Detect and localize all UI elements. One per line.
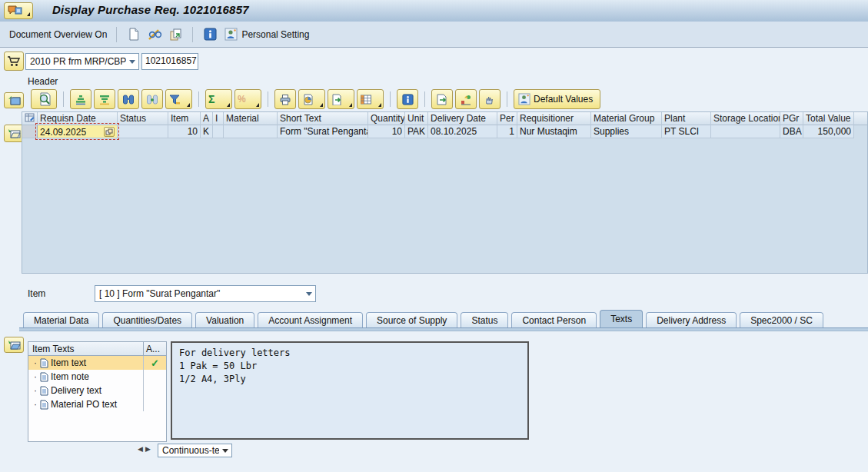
transaction-menu-button[interactable] <box>4 2 33 19</box>
sum-button[interactable]: Σ <box>205 89 232 109</box>
table-header-row: Requisn Date Status Item A I Material Sh… <box>22 112 867 125</box>
document-overview-button[interactable]: Document Overview On <box>9 29 107 40</box>
header-section-label[interactable]: Header <box>28 76 58 87</box>
scroll-left-icon[interactable]: ◀ <box>138 444 143 454</box>
col-header-item[interactable]: Item <box>168 112 201 125</box>
col-header-requisn-date[interactable]: Requisn Date <box>38 112 118 125</box>
total-value-cell[interactable]: 150,000 <box>803 125 854 138</box>
list-item-item-note[interactable]: · Item note <box>28 370 166 384</box>
col-header-plant[interactable]: Plant <box>662 112 711 125</box>
col-header-pgr[interactable]: PGr <box>780 112 803 125</box>
create-document-icon[interactable] <box>126 27 141 42</box>
details-button[interactable] <box>31 89 57 109</box>
matchcode-button[interactable] <box>104 127 115 137</box>
tab-status[interactable]: Status <box>461 312 508 327</box>
hold-button[interactable] <box>479 89 501 109</box>
col-header-short-text[interactable]: Short Text <box>278 112 368 125</box>
sigma-icon: Σ <box>208 93 215 105</box>
material-group-cell[interactable]: Supplies <box>591 125 662 138</box>
printer-icon <box>279 94 291 105</box>
text-format-select[interactable]: Continuous-tex... <box>158 444 232 457</box>
col-header-a[interactable]: A <box>201 112 213 125</box>
document-type-select[interactable]: 2010 PR frm MRP/CBP <box>25 53 139 70</box>
storage-location-cell[interactable] <box>711 125 780 138</box>
tab-source-of-supply[interactable]: Source of Supply <box>366 312 457 327</box>
tab-material-data[interactable]: Material Data <box>23 312 99 327</box>
export-button[interactable] <box>328 89 354 109</box>
tab-texts[interactable]: Texts <box>600 310 643 327</box>
header-expand-button[interactable] <box>4 92 24 108</box>
pgr-cell[interactable]: DBA <box>780 125 803 138</box>
filter-button[interactable] <box>165 89 192 109</box>
item-select[interactable]: [ 10 ] Form "Surat Pengantar" <box>95 285 316 302</box>
item-texts-list-header: Item Texts A... <box>28 342 166 356</box>
subtotal-button[interactable]: % <box>234 89 261 109</box>
document-number-field[interactable]: 1021016857 <box>141 53 198 70</box>
copy-document-icon[interactable] <box>168 27 183 42</box>
grid-info-button[interactable] <box>397 89 418 109</box>
col-header-per[interactable]: Per <box>497 112 517 125</box>
col-header-i[interactable]: I <box>213 112 224 125</box>
tab-spec2000-sc[interactable]: Spec2000 / SC <box>740 312 823 327</box>
col-header-requisitioner[interactable]: Requisitioner <box>517 112 591 125</box>
item-text-editor[interactable]: For delivery letters 1 Pak = 50 Lbr 1/2 … <box>171 341 529 440</box>
item-cell[interactable]: 10 <box>168 125 201 138</box>
plant-cell[interactable]: PT SLCI <box>662 125 711 138</box>
default-values-button[interactable]: Default Values <box>514 89 600 109</box>
short-text-cell[interactable]: Form "Surat Pengantar" <box>278 125 368 138</box>
col-header-material[interactable]: Material <box>224 112 278 125</box>
print-button[interactable] <box>274 89 296 109</box>
list-item-item-text[interactable]: · Item text ✓ <box>28 356 166 370</box>
default-values-label: Default Values <box>534 94 593 105</box>
tab-valuation[interactable]: Valuation <box>195 312 254 327</box>
col-header-delivery-date[interactable]: Delivery Date <box>428 112 497 125</box>
item-collapse-button[interactable] <box>4 337 24 353</box>
text-type-label: Delivery text <box>51 385 101 396</box>
col-header-unit[interactable]: Unit <box>405 112 428 125</box>
alv-grid-toolbar: Σ % <box>31 88 600 110</box>
personal-setting-button[interactable]: Personal Setting <box>241 29 309 40</box>
find-next-button[interactable] <box>141 89 163 109</box>
delivery-date-cell[interactable]: 08.10.2025 <box>428 125 497 138</box>
info-icon[interactable] <box>202 27 218 42</box>
col-header-material-group[interactable]: Material Group <box>591 112 662 125</box>
col-header-storage-location[interactable]: Storage Location <box>711 112 780 125</box>
select-all-header[interactable] <box>22 112 38 125</box>
personal-setting-icon[interactable] <box>223 27 238 42</box>
layout-button[interactable] <box>357 89 384 109</box>
tab-quantities-dates[interactable]: Quantities/Dates <box>102 312 192 327</box>
graphic-button[interactable] <box>455 89 477 109</box>
open-folder-icon <box>8 340 21 351</box>
display-change-icon[interactable] <box>147 27 162 42</box>
col-header-total-value[interactable]: Total Value <box>803 112 854 125</box>
requisitioner-cell[interactable]: Nur Mustaqim <box>517 125 591 138</box>
scroll-right-icon[interactable]: ▶ <box>145 444 151 454</box>
col-header-status[interactable]: Status <box>118 112 168 125</box>
tab-account-assignment[interactable]: Account Assignment <box>258 312 363 327</box>
dropdown-corner-icon <box>378 103 381 107</box>
views-button[interactable] <box>298 89 325 109</box>
a-cell[interactable]: K <box>201 125 213 138</box>
tab-contact-person[interactable]: Contact Person <box>511 312 597 327</box>
list-item-delivery-text[interactable]: · Delivery text <box>28 384 166 397</box>
material-cell[interactable] <box>224 125 278 138</box>
table-layout-icon <box>360 94 372 105</box>
adopt-items-button[interactable] <box>431 89 453 109</box>
unit-cell[interactable]: PAK <box>405 125 428 138</box>
requisn-date-cell[interactable]: 24.09.2025 <box>38 125 118 138</box>
shopping-cart-button[interactable] <box>4 52 24 71</box>
text-type-label: Material PO text <box>51 399 117 410</box>
quantity-cell[interactable]: 10 <box>368 125 405 138</box>
find-button[interactable] <box>118 89 139 109</box>
per-cell[interactable]: 1 <box>497 125 517 138</box>
tab-delivery-address[interactable]: Delivery Address <box>646 312 737 327</box>
sort-ascending-button[interactable] <box>70 89 91 109</box>
item-texts-list: Item Texts A... · Item text ✓ · <box>28 341 167 442</box>
status-cell[interactable] <box>118 125 168 138</box>
row-selector[interactable] <box>22 125 38 138</box>
list-item-material-po-text[interactable]: · Material PO text <box>28 397 166 411</box>
col-header-quantity[interactable]: Quantity <box>368 112 405 125</box>
i-cell[interactable] <box>213 125 224 138</box>
sort-descending-button[interactable] <box>94 89 115 109</box>
document-text-icon <box>40 372 48 382</box>
